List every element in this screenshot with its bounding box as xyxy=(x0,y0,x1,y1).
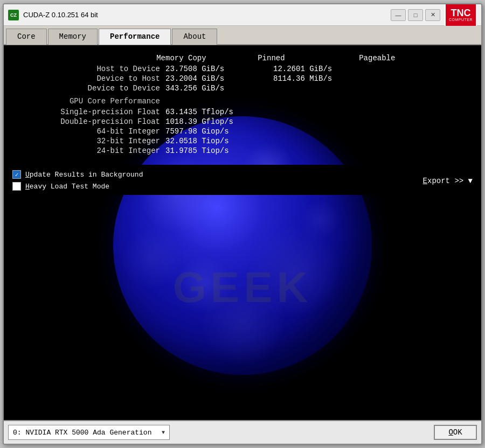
heavy-load-row: Heavy Load Test Mode xyxy=(12,182,473,191)
content-area: GEEK Memory Copy Pinned Pageable Host to… xyxy=(4,45,481,420)
update-checkmark: ✓ xyxy=(15,171,19,178)
row-24bit-int: 24-bit Integer 31.9785 Tiop/s xyxy=(15,146,470,155)
value-htd-pinned: 23.7508 GiB/s xyxy=(165,65,273,73)
heavy-load-label[interactable]: Heavy Load Test Mode xyxy=(25,183,109,191)
gpu-core-section-header: GPU Core Performance xyxy=(15,97,470,106)
label-double-float: Double-precision Float xyxy=(15,117,165,126)
update-results-checkbox[interactable]: ✓ xyxy=(12,170,21,179)
value-dth-pinned: 23.2004 GiB/s xyxy=(165,74,273,83)
export-label: xport >> ▼ xyxy=(427,177,473,185)
minimize-button[interactable]: — xyxy=(391,9,406,21)
gpu-core-label: GPU Core Performance xyxy=(15,97,165,106)
label-single-float: Single-precision Float xyxy=(15,108,165,116)
close-button[interactable]: ✕ xyxy=(425,9,440,21)
row-host-to-device: Host to Device 23.7508 GiB/s 12.2601 GiB… xyxy=(15,65,470,73)
ok-button[interactable]: OOK xyxy=(434,425,477,440)
value-dtd-pinned: 343.256 GiB/s xyxy=(165,84,273,93)
gpu-selector-value: 0: NVIDIA RTX 5000 Ada Generation xyxy=(13,429,151,437)
titlebar: CZ CUDA-Z 0.10.251 64 bit — □ ✕ TNC COMP… xyxy=(4,4,481,26)
row-double-float: Double-precision Float 1018.39 Gflop/s xyxy=(15,117,470,126)
tab-about[interactable]: About xyxy=(172,29,217,45)
gpu-selector[interactable]: 0: NVIDIA RTX 5000 Ada Generation ▼ xyxy=(8,425,170,440)
performance-table: Memory Copy Pinned Pageable Host to Devi… xyxy=(4,45,481,165)
row-64bit-int: 64-bit Integer 7597.98 Giop/s xyxy=(15,127,470,136)
window-title: CUDA-Z 0.10.251 64 bit xyxy=(23,11,391,19)
tnc-logo-text: TNC xyxy=(451,8,471,18)
bottom-controls: ✓ Update Results in Background Heavy Loa… xyxy=(4,165,481,195)
update-results-label[interactable]: Update Results in Background xyxy=(25,171,143,179)
tab-performance[interactable]: Performance xyxy=(99,29,171,45)
value-24bit-int: 31.9785 Tiop/s xyxy=(165,146,273,155)
tnc-logo-sub: COMPUTER xyxy=(449,18,473,22)
label-32bit-int: 32-bit Integer xyxy=(15,137,165,145)
row-device-to-device: Device to Device 343.256 GiB/s xyxy=(15,84,470,93)
footer: 0: NVIDIA RTX 5000 Ada Generation ▼ OOK xyxy=(4,420,481,444)
value-double-float: 1018.39 Gflop/s xyxy=(165,117,273,126)
heavy-load-checkbox[interactable] xyxy=(12,182,21,191)
main-window: CZ CUDA-Z 0.10.251 64 bit — □ ✕ TNC COMP… xyxy=(3,3,482,445)
gpu-selector-arrow: ▼ xyxy=(162,430,165,436)
value-dth-pageable: 8114.36 MiB/s xyxy=(273,74,392,83)
export-button[interactable]: Export >> ▼ xyxy=(423,177,473,185)
row-32bit-int: 32-bit Integer 32.0518 Tiop/s xyxy=(15,137,470,145)
header-col-label xyxy=(15,54,156,62)
row-device-to-host: Device to Host 23.2004 GiB/s 8114.36 MiB… xyxy=(15,74,470,83)
tab-bar: Core Memory Performance About xyxy=(4,26,481,45)
label-24bit-int: 24-bit Integer xyxy=(15,146,165,155)
window-controls: — □ ✕ xyxy=(391,9,440,21)
update-results-row: ✓ Update Results in Background xyxy=(12,170,473,179)
label-64bit-int: 64-bit Integer xyxy=(15,127,165,136)
value-64bit-int: 7597.98 Giop/s xyxy=(165,127,273,136)
tab-memory[interactable]: Memory xyxy=(48,29,98,45)
value-32bit-int: 32.0518 Tiop/s xyxy=(165,137,273,145)
header-pageable: Pageable xyxy=(359,54,470,62)
app-icon: CZ xyxy=(8,10,19,20)
value-htd-pageable: 12.2601 GiB/s xyxy=(273,65,392,73)
app-icon-label: CZ xyxy=(10,12,17,18)
header-pinned: Pinned xyxy=(258,54,359,62)
value-single-float: 63.1435 Tflop/s xyxy=(165,108,273,116)
label-host-to-device: Host to Device xyxy=(15,65,165,73)
row-single-float: Single-precision Float 63.1435 Tflop/s xyxy=(15,108,470,116)
perf-header: Memory Copy Pinned Pageable xyxy=(15,54,470,62)
tab-core[interactable]: Core xyxy=(6,29,47,45)
header-memory-copy: Memory Copy xyxy=(156,54,258,62)
label-device-to-device: Device to Device xyxy=(15,84,165,93)
label-device-to-host: Device to Host xyxy=(15,74,165,83)
maximize-button[interactable]: □ xyxy=(408,9,423,21)
